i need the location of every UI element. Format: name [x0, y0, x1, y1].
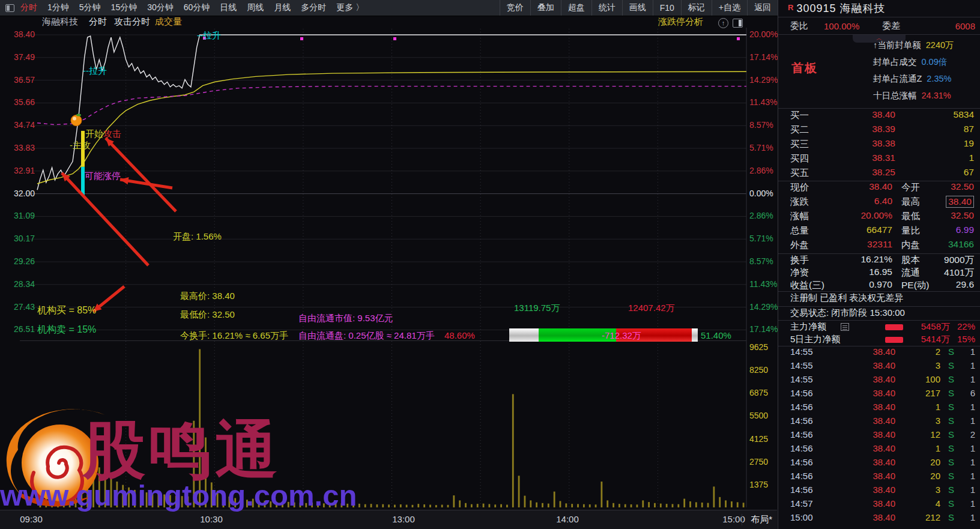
- bid-volume: 87: [964, 124, 974, 135]
- annotation-turnover: 今换手: 16.21% ≈ 6.65万手: [180, 330, 288, 342]
- tick-time: 14:56: [790, 457, 813, 467]
- tick-volume: 1: [898, 402, 940, 412]
- expand-up-icon[interactable]: ↑: [718, 18, 728, 28]
- panel-toggle-icon[interactable]: [733, 19, 743, 28]
- bid-volume: 5834: [954, 109, 974, 120]
- tick-price: 38.40: [844, 388, 895, 398]
- tick-direction: S: [948, 360, 954, 370]
- intraday-chart-canvas[interactable]: [0, 16, 777, 529]
- gauge-segment-neutral-left: [509, 328, 539, 342]
- bid-level-label: 买一: [790, 109, 809, 122]
- price-axis-tick: 31.09: [1, 211, 35, 220]
- bid-price: 38.40: [841, 109, 895, 120]
- volume-axis-tick: 1375: [749, 480, 768, 489]
- period-tab-日线[interactable]: 日线: [220, 2, 237, 13]
- layout-tab[interactable]: 布局*: [742, 514, 772, 525]
- period-tab-月线[interactable]: 月线: [274, 2, 291, 13]
- tick-row: 14:5638.403S1: [778, 485, 980, 498]
- price-axis-tick: 32.91: [1, 166, 35, 175]
- price-axis-tick: 35.66: [1, 97, 35, 107]
- time-label-10:30: 10:30: [200, 514, 223, 524]
- tool-画线[interactable]: 画线: [622, 0, 653, 16]
- board-row-label: ↑当前封单额: [873, 40, 921, 50]
- board-row-label: 封单占成交: [873, 57, 917, 67]
- period-tab-15分钟[interactable]: 15分钟: [111, 2, 138, 13]
- tool-超盘[interactable]: 超盘: [561, 0, 591, 16]
- weibi-value: 100.00%: [824, 21, 859, 31]
- tick-row: 14:5638.4020S1: [778, 457, 980, 471]
- bid-price: 38.38: [841, 138, 895, 149]
- stat-value-1: 66477: [826, 225, 892, 235]
- limit-analysis-button[interactable]: 涨跌停分析: [658, 16, 703, 28]
- period-tab-更多 〉[interactable]: 更多 〉: [336, 2, 364, 13]
- stat-row: 外盘32311内盘34166: [778, 239, 980, 253]
- stat-row: 现价38.40今开32.50: [778, 181, 980, 196]
- tool-标记[interactable]: 标记: [681, 0, 712, 16]
- tick-direction: S: [948, 443, 954, 453]
- flow-label: 主力净额: [790, 321, 826, 333]
- period-tab-周线[interactable]: 周线: [247, 2, 264, 13]
- tick-direction: S: [948, 457, 954, 467]
- period-tab-30分钟[interactable]: 30分钟: [147, 2, 174, 13]
- percent-axis-tick: 8.57%: [749, 256, 773, 266]
- time-and-sales-list[interactable]: 14:5538.402S114:5538.403S114:5538.40100S…: [778, 346, 980, 529]
- stat-value-1: 20.00%: [826, 210, 892, 221]
- tool-叠加[interactable]: 叠加: [530, 0, 561, 16]
- period-tab-5分钟[interactable]: 5分钟: [79, 2, 101, 13]
- period-tab-60分钟[interactable]: 60分钟: [184, 2, 210, 13]
- order-book-row[interactable]: 买五38.2567: [778, 167, 980, 181]
- board-row-0: ↑当前封单额2240万: [873, 40, 954, 51]
- order-book-row[interactable]: 买三38.3819: [778, 138, 980, 153]
- board-row-2: 封单占流通Z2.35%: [873, 73, 951, 85]
- tick-price: 38.40: [844, 429, 895, 440]
- first-board-badge: 首板: [791, 60, 818, 76]
- order-book-row[interactable]: 买一38.405834: [778, 109, 980, 124]
- stat2-label-2: PE(动): [901, 279, 930, 292]
- stat2-value-1: 16.95: [826, 267, 892, 277]
- tick-price: 38.40: [844, 498, 895, 509]
- list-icon[interactable]: [841, 323, 849, 331]
- volume-axis-tick: 8250: [749, 365, 768, 375]
- tool-F10[interactable]: F10: [653, 0, 681, 16]
- tick-time: 14:55: [790, 374, 813, 384]
- flow-value: 5414万: [921, 334, 950, 345]
- tool-返回[interactable]: 返回: [747, 0, 778, 16]
- quote-sidebar: R 300915 海融科技 委比 100.00% 委差 6008 ︿ 首板 ↑当…: [778, 0, 980, 529]
- tool-+自选[interactable]: +自选: [712, 0, 747, 16]
- tick-count: 1: [958, 360, 975, 370]
- tick-price: 38.40: [844, 416, 895, 426]
- price-axis-tick: 27.43: [1, 302, 35, 312]
- stat-value-1: 38.40: [826, 181, 892, 192]
- window-panel-icon[interactable]: [5, 4, 14, 12]
- percent-axis-tick: 5.71%: [749, 234, 773, 243]
- stat-value-2: 32.50: [951, 181, 974, 192]
- tick-time: 14:55: [790, 346, 813, 357]
- tick-direction: S: [948, 498, 954, 509]
- stock-code-name: 300915 海融科技: [796, 1, 885, 16]
- main-flow-row: 5日主力净额5414万15%: [778, 334, 980, 347]
- period-tab-多分时[interactable]: 多分时: [301, 2, 326, 13]
- volume-axis-tick: 2750: [749, 457, 768, 467]
- stat-label-2: 今开: [901, 181, 920, 194]
- bid-level-label: 买三: [790, 138, 809, 151]
- tick-count: 1: [958, 346, 975, 357]
- tool-竞价[interactable]: 竞价: [500, 0, 530, 16]
- annotation-pullup-1: --拉升: [83, 65, 107, 77]
- period-tab-分时[interactable]: 分时: [20, 2, 37, 13]
- price-axis-tick: 26.51: [1, 324, 35, 334]
- stat-value-2: 38.40: [946, 196, 974, 208]
- stat-row: 涨幅20.00%最低32.50: [778, 210, 980, 225]
- chart-area[interactable]: 海融科技 分时 攻击分时 成交量 涨跌停分析 ↑ 38.4037.4936.57…: [0, 16, 777, 529]
- tool-统计[interactable]: 统计: [591, 0, 622, 16]
- period-tab-1分钟[interactable]: 1分钟: [47, 2, 69, 13]
- percent-axis-tick: 11.43%: [749, 279, 777, 289]
- tick-volume: 100: [898, 374, 940, 384]
- stat2-value-1: 16.21%: [826, 254, 892, 265]
- order-book-row[interactable]: 买四38.311: [778, 153, 980, 167]
- percent-axis-tick: 11.43%: [749, 97, 777, 107]
- stat-row: 总量66477量比6.99: [778, 225, 980, 239]
- annotation-high: 最高价: 38.40: [180, 291, 235, 302]
- order-book-row[interactable]: 买二38.3987: [778, 124, 980, 138]
- stat2-label-1: 净资: [790, 267, 809, 279]
- stat-value-1: 6.40: [826, 196, 892, 207]
